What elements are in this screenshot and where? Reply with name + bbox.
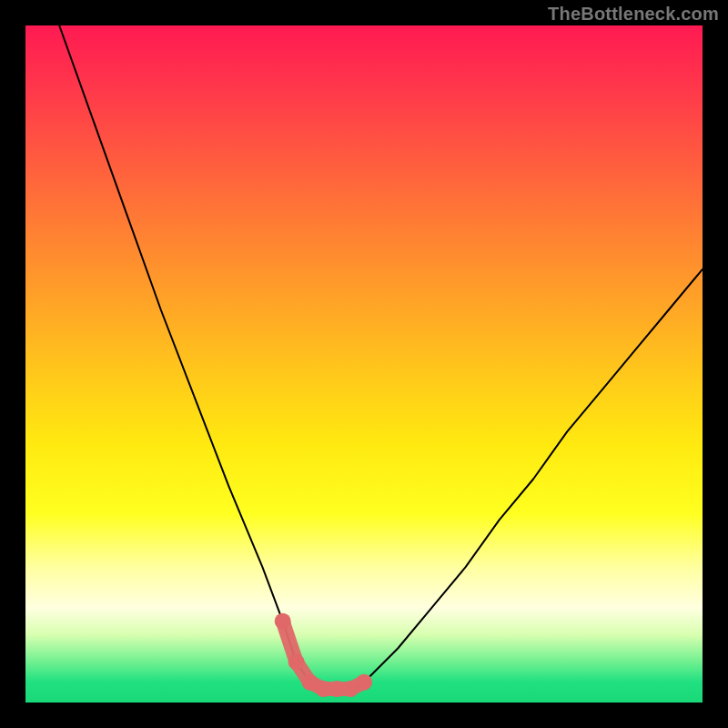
chart-stage: TheBottleneck.com: [0, 0, 728, 728]
highlight-dot: [288, 653, 305, 670]
plot-area: [25, 25, 703, 703]
watermark-text: TheBottleneck.com: [548, 4, 719, 25]
highlight-dot: [275, 613, 291, 630]
curve-main: [59, 25, 703, 689]
highlight-dot: [356, 674, 372, 691]
chart-svg: [25, 25, 703, 703]
